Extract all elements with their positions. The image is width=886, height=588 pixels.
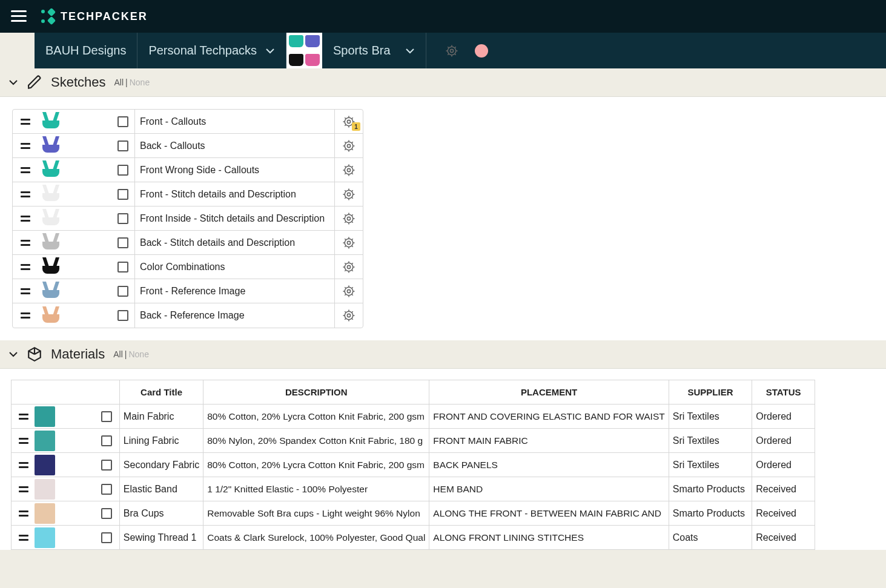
row-settings[interactable]: 1 bbox=[335, 110, 363, 133]
cell-supplier[interactable]: Smarto Products bbox=[669, 477, 752, 501]
sketch-row[interactable]: Color Combinations bbox=[13, 255, 363, 279]
sketch-row[interactable]: Front Inside - Stitch details and Descri… bbox=[13, 206, 363, 231]
breadcrumb-folder[interactable]: Personal Techpacks bbox=[137, 33, 286, 68]
table-row[interactable]: Main Fabric 80% Cotton, 20% Lycra Cotton… bbox=[12, 405, 815, 429]
cell-card-title[interactable]: Bra Cups bbox=[119, 501, 203, 526]
collapse-toggle[interactable] bbox=[8, 349, 18, 359]
row-settings[interactable] bbox=[335, 279, 363, 303]
drag-handle[interactable] bbox=[19, 510, 28, 517]
sketch-row[interactable]: Back - Callouts bbox=[13, 134, 363, 158]
drag-handle[interactable] bbox=[19, 414, 28, 420]
cell-supplier[interactable]: Sri Textiles bbox=[669, 429, 752, 453]
row-checkbox[interactable] bbox=[101, 435, 112, 446]
cell-status[interactable]: Ordered bbox=[752, 453, 815, 477]
cell-placement[interactable]: HEM BAND bbox=[429, 477, 669, 501]
drag-handle[interactable] bbox=[19, 535, 28, 541]
sketch-row[interactable]: Front - Reference Image bbox=[13, 279, 363, 303]
row-settings[interactable] bbox=[335, 182, 363, 206]
sketch-row[interactable]: Back - Reference Image bbox=[13, 303, 363, 328]
cell-supplier[interactable]: Coats bbox=[669, 526, 752, 550]
sketch-name[interactable]: Back - Reference Image bbox=[135, 303, 335, 328]
filter-all[interactable]: All bbox=[114, 78, 124, 87]
collapse-toggle[interactable] bbox=[8, 78, 18, 87]
row-settings[interactable] bbox=[335, 134, 363, 157]
cell-card-title[interactable]: Elastic Band bbox=[119, 477, 203, 501]
cell-placement[interactable]: BACK PANELS bbox=[429, 453, 669, 477]
row-checkbox[interactable] bbox=[117, 165, 128, 176]
drag-handle[interactable] bbox=[13, 303, 38, 328]
cell-card-title[interactable]: Lining Fabric bbox=[119, 429, 203, 453]
cell-supplier[interactable]: Sri Textiles bbox=[669, 453, 752, 477]
row-checkbox[interactable] bbox=[101, 532, 112, 543]
table-row[interactable]: Bra Cups Removable Soft Bra cups - Light… bbox=[12, 501, 815, 526]
drag-handle[interactable] bbox=[13, 134, 38, 157]
cell-description[interactable]: 80% Cotton, 20% Lycra Cotton Knit Fabric… bbox=[203, 453, 429, 477]
row-checkbox[interactable] bbox=[101, 411, 112, 422]
drag-handle[interactable] bbox=[19, 438, 28, 444]
row-checkbox[interactable] bbox=[117, 237, 128, 248]
cell-description[interactable]: 80% Nylon, 20% Spandex Cotton Knit Fabri… bbox=[203, 429, 429, 453]
gear-icon[interactable] bbox=[437, 45, 458, 57]
col-header-description[interactable]: DESCRIPTION bbox=[203, 380, 429, 405]
row-settings[interactable] bbox=[335, 206, 363, 230]
sketch-name[interactable]: Color Combinations bbox=[135, 255, 335, 279]
cell-card-title[interactable]: Main Fabric bbox=[119, 405, 203, 429]
cell-description[interactable]: Coats & Clark Surelock, 100% Polyester, … bbox=[203, 526, 429, 550]
cell-supplier[interactable]: Smarto Products bbox=[669, 501, 752, 526]
row-checkbox[interactable] bbox=[117, 262, 128, 273]
cell-description[interactable]: 80% Cotton, 20% Lycra Cotton Knit Fabric… bbox=[203, 405, 429, 429]
row-settings[interactable] bbox=[335, 231, 363, 254]
drag-handle[interactable] bbox=[13, 279, 38, 303]
col-header-placement[interactable]: PLACEMENT bbox=[429, 380, 669, 405]
menu-icon[interactable] bbox=[11, 10, 27, 22]
cell-status[interactable]: Received bbox=[752, 477, 815, 501]
row-settings[interactable] bbox=[335, 158, 363, 182]
drag-handle[interactable] bbox=[13, 255, 38, 279]
cell-description[interactable]: 1 1/2" Knitted Elastic - 100% Polyester bbox=[203, 477, 429, 501]
sketch-row[interactable]: Front Wrong Side - Callouts bbox=[13, 158, 363, 182]
table-row[interactable]: Sewing Thread 1 Coats & Clark Surelock, … bbox=[12, 526, 815, 550]
col-header-status[interactable]: STATUS bbox=[752, 380, 815, 405]
drag-handle[interactable] bbox=[13, 231, 38, 254]
row-checkbox[interactable] bbox=[117, 310, 128, 321]
breadcrumb-product[interactable]: Sports Bra bbox=[322, 33, 426, 68]
drag-handle[interactable] bbox=[13, 110, 38, 133]
table-row[interactable]: Secondary Fabric 80% Cotton, 20% Lycra C… bbox=[12, 453, 815, 477]
col-header-supplier[interactable]: SUPPLIER bbox=[669, 380, 752, 405]
drag-handle[interactable] bbox=[19, 462, 28, 468]
row-checkbox[interactable] bbox=[117, 286, 128, 297]
row-checkbox[interactable] bbox=[101, 460, 112, 471]
row-checkbox[interactable] bbox=[101, 508, 112, 519]
drag-handle[interactable] bbox=[13, 158, 38, 182]
sketch-name[interactable]: Front - Reference Image bbox=[135, 279, 335, 303]
col-header-card-title[interactable]: Card Title bbox=[119, 380, 203, 405]
sketch-name[interactable]: Front - Stitch details and Description bbox=[135, 182, 335, 206]
cell-status[interactable]: Received bbox=[752, 526, 815, 550]
cell-card-title[interactable]: Secondary Fabric bbox=[119, 453, 203, 477]
cell-placement[interactable]: FRONT MAIN FABRIC bbox=[429, 429, 669, 453]
breadcrumb-org[interactable]: BAUH Designs bbox=[35, 33, 137, 68]
avatar[interactable] bbox=[475, 44, 488, 58]
table-row[interactable]: Lining Fabric 80% Nylon, 20% Spandex Cot… bbox=[12, 429, 815, 453]
sketch-name[interactable]: Back - Callouts bbox=[135, 134, 335, 157]
filter-none[interactable]: None bbox=[128, 349, 148, 359]
row-checkbox[interactable] bbox=[117, 140, 128, 151]
row-checkbox[interactable] bbox=[101, 484, 112, 495]
cell-placement[interactable]: ALONG THE FRONT - BETWEEN MAIN FABRIC AN… bbox=[429, 501, 669, 526]
sketch-row[interactable]: Back - Stitch details and Description bbox=[13, 231, 363, 255]
cell-card-title[interactable]: Sewing Thread 1 bbox=[119, 526, 203, 550]
row-settings[interactable] bbox=[335, 255, 363, 279]
row-checkbox[interactable] bbox=[117, 213, 128, 224]
sketch-name[interactable]: Front Wrong Side - Callouts bbox=[135, 158, 335, 182]
sketch-row[interactable]: Front - Callouts 1 bbox=[13, 110, 363, 134]
cell-status[interactable]: Ordered bbox=[752, 429, 815, 453]
drag-handle[interactable] bbox=[13, 206, 38, 230]
row-settings[interactable] bbox=[335, 303, 363, 328]
drag-handle[interactable] bbox=[19, 486, 28, 492]
row-checkbox[interactable] bbox=[117, 116, 128, 127]
sketch-name[interactable]: Front - Callouts bbox=[135, 110, 335, 133]
table-row[interactable]: Elastic Band 1 1/2" Knitted Elastic - 10… bbox=[12, 477, 815, 501]
drag-handle[interactable] bbox=[13, 182, 38, 206]
cell-description[interactable]: Removable Soft Bra cups - Light weight 9… bbox=[203, 501, 429, 526]
sketch-row[interactable]: Front - Stitch details and Description bbox=[13, 182, 363, 206]
